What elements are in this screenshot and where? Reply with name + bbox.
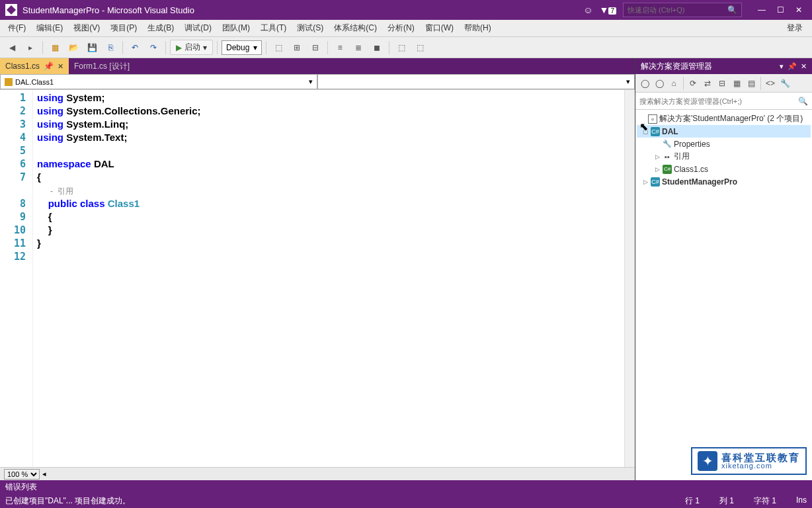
solution-search[interactable]: 🔍 (635, 93, 812, 110)
tool-icon-3[interactable]: ⊟ (307, 40, 323, 56)
menu-item[interactable]: 团队(M) (217, 20, 255, 36)
view-code-icon[interactable]: <> (764, 77, 777, 90)
expand-icon[interactable]: ▢ (642, 128, 649, 135)
play-icon: ▶ (176, 43, 182, 52)
tool-icon-1[interactable]: ⬚ (270, 40, 286, 56)
main-toolbar: ◀ ▸ ▦ 📂 💾 ⎘ ↶ ↷ ▶ 启动 ▾ Debug ▾ ⬚ ⊞ ⊟ ≡ ≣… (0, 37, 812, 58)
menu-item[interactable]: 编辑(E) (31, 20, 68, 36)
menu-item[interactable]: 帮助(H) (459, 20, 497, 36)
error-list-tab[interactable]: 错误列表 (0, 480, 812, 493)
scope-selector[interactable]: DAL.Class1 ▾ (0, 74, 317, 89)
menu-item[interactable]: 测试(S) (292, 20, 329, 36)
ref-icon: ▪▪ (663, 152, 672, 161)
dropdown-icon: ▾ (203, 43, 207, 52)
code-editor[interactable]: 123456789101112 using System;using Syste… (0, 90, 635, 467)
cs-icon: C# (663, 165, 672, 174)
tree-node[interactable]: 🔧Properties (637, 138, 811, 150)
solution-explorer: 解决方案资源管理器 ▾ 📌 ✕ ◯ ◯ ⌂ ⟳ ⇄ ⊟ ▦ ▤ <> 🔧 🔍 ▫… (635, 58, 812, 480)
new-project-button[interactable]: ▦ (47, 40, 63, 56)
expand-icon[interactable]: ▷ (642, 179, 649, 185)
expand-icon[interactable]: ▷ (654, 166, 661, 173)
vertical-scrollbar[interactable] (624, 90, 635, 467)
tool-icon-4[interactable]: ≡ (332, 40, 348, 56)
solution-icon: ▫ (648, 114, 657, 124)
watermark: 喜科堂互联教育 xiketang.com (691, 447, 807, 475)
home-icon[interactable]: ⌂ (667, 77, 680, 90)
chevron-down-icon: ▾ (253, 43, 257, 52)
sync-icon[interactable]: ⇄ (701, 77, 714, 90)
nav-fwd-button[interactable]: ▸ (22, 40, 38, 56)
wrench-icon[interactable]: 🔧 (778, 77, 792, 90)
status-ins: Ins (796, 495, 807, 507)
solution-toolbar: ◯ ◯ ⌂ ⟳ ⇄ ⊟ ▦ ▤ <> 🔧 (635, 74, 812, 93)
editor-footer: 100 % ◂ (0, 467, 635, 480)
status-bar: 已创建项目"DAL"... 项目创建成功。 行 1 列 1 字符 1 Ins (0, 493, 812, 508)
tree-node[interactable]: ▢C#DAL (637, 125, 811, 138)
menu-item[interactable]: 体系结构(C) (329, 20, 382, 36)
menu-bar: 件(F)编辑(E)视图(V)项目(P)生成(B)调试(D)团队(M)工具(T)测… (0, 20, 812, 37)
tool-icon-8[interactable]: ⬚ (412, 40, 428, 56)
status-col: 列 1 (719, 495, 734, 507)
tool-icon-7[interactable]: ⬚ (393, 40, 409, 56)
menu-item[interactable]: 视图(V) (68, 20, 105, 36)
zoom-selector[interactable]: 100 % (4, 469, 40, 480)
status-char: 字符 1 (754, 495, 776, 507)
menu-item[interactable]: 工具(T) (255, 20, 292, 36)
dropdown-icon[interactable]: ▾ (780, 62, 784, 71)
editor-pane: Class1.cs 📌 ✕Form1.cs [设计] DAL.Class1 ▾ … (0, 58, 635, 480)
tool-icon-2[interactable]: ⊞ (289, 40, 305, 56)
tool-icon-5[interactable]: ≣ (350, 40, 366, 56)
login-button[interactable]: 登录 (780, 20, 809, 36)
close-button[interactable]: ✕ (791, 3, 807, 17)
maximize-button[interactable]: ☐ (772, 3, 788, 17)
status-line: 行 1 (685, 495, 700, 507)
back-icon[interactable]: ◯ (638, 77, 651, 90)
pin-icon[interactable]: 📌 (44, 62, 54, 71)
minimize-button[interactable]: — (754, 3, 770, 17)
save-button[interactable]: 💾 (84, 40, 100, 56)
tool-icon-6[interactable]: ◼ (369, 40, 385, 56)
search-icon: 🔍 (727, 5, 737, 15)
open-file-button[interactable]: 📂 (65, 40, 81, 56)
expand-icon[interactable]: ▷ (654, 153, 661, 160)
menu-item[interactable]: 生成(B) (142, 20, 179, 36)
search-icon: 🔍 (798, 97, 808, 106)
solution-tree[interactable]: ▫解决方案'StudentManagerPro' (2 个项目) ▢C#DAL🔧… (635, 110, 812, 480)
quick-launch-input[interactable] (628, 6, 727, 14)
member-selector[interactable]: ▾ (317, 74, 635, 89)
menu-item[interactable]: 件(F) (3, 20, 31, 36)
menu-item[interactable]: 分析(N) (382, 20, 420, 36)
tree-node[interactable]: ▷C#Class1.cs (637, 163, 811, 175)
menu-item[interactable]: 项目(P) (105, 20, 142, 36)
fwd-icon[interactable]: ◯ (653, 77, 666, 90)
close-tab-icon[interactable]: ✕ (58, 62, 63, 71)
quick-launch-box[interactable]: 🔍 (623, 3, 742, 17)
menu-item[interactable]: 调试(D) (179, 20, 217, 36)
menu-item[interactable]: 窗口(W) (420, 20, 459, 36)
close-panel-icon[interactable]: ✕ (801, 62, 807, 71)
refresh-icon[interactable]: ⟳ (686, 77, 700, 90)
redo-button[interactable]: ↷ (145, 40, 161, 56)
title-bar: StudentManagerPro - Microsoft Visual Stu… (0, 0, 812, 20)
chevron-down-icon: ▾ (626, 77, 630, 86)
document-tab[interactable]: Form1.cs [设计] (69, 58, 135, 74)
tree-node[interactable]: ▷C#StudentManagerPro (637, 175, 811, 188)
properties-icon[interactable]: ▤ (745, 77, 758, 90)
undo-button[interactable]: ↶ (127, 40, 143, 56)
document-tab[interactable]: Class1.cs 📌 ✕ (0, 58, 69, 74)
pin-icon[interactable]: 📌 (788, 62, 797, 71)
start-debug-button[interactable]: ▶ 启动 ▾ (170, 40, 213, 55)
solution-explorer-title: 解决方案资源管理器 ▾ 📌 ✕ (635, 58, 812, 74)
tree-node[interactable]: ▷▪▪引用 (637, 150, 811, 163)
config-selector[interactable]: Debug ▾ (222, 40, 262, 55)
chevron-down-icon: ▾ (309, 77, 313, 86)
solution-search-input[interactable] (639, 97, 798, 105)
nav-back-button[interactable]: ◀ (4, 40, 20, 56)
chevron-left-icon[interactable]: ◂ (42, 470, 46, 478)
collapse-icon[interactable]: ⊟ (715, 77, 729, 90)
feedback-icon[interactable]: ☺ (583, 5, 592, 15)
solution-root[interactable]: ▫解决方案'StudentManagerPro' (2 个项目) (637, 112, 811, 125)
showall-icon[interactable]: ▦ (730, 77, 743, 90)
save-all-button[interactable]: ⎘ (102, 40, 118, 56)
notifications-icon[interactable]: ▼7 (600, 5, 616, 15)
